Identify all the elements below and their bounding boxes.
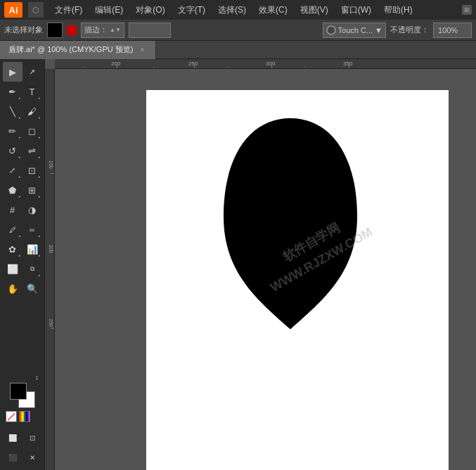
ruler-h-350: 350 [343, 61, 352, 67]
menu-view[interactable]: 视图(V) [295, 3, 334, 18]
opacity-label: 不透明度： [390, 25, 429, 35]
warp-tool-group: ⤢▸ ⊡▸ [0, 160, 44, 180]
toolbar-colors: ↕ [0, 371, 44, 425]
rotate-tool[interactable]: ↺▸ [3, 141, 22, 160]
app-icon: ⬡ [28, 2, 44, 18]
tab-title: 盾牌.ai* @ 100% (CMYK/GPU 预览) [8, 44, 133, 55]
eyedropper-tool-group: 🖉▸ ∞▸ [0, 220, 44, 239]
none-swatch[interactable] [6, 411, 17, 422]
menu-window[interactable]: 窗口(W) [335, 3, 377, 18]
foreground-color-box[interactable] [10, 383, 27, 400]
eyedropper-arrow: ▸ [19, 234, 21, 238]
menu-select[interactable]: 选择(S) [212, 3, 252, 18]
hand-tool[interactable]: ✋ [3, 279, 22, 298]
menu-edit[interactable]: 编辑(E) [89, 3, 129, 18]
graph-arrow: ▸ [39, 253, 41, 258]
rotate-tool-group: ↺▸ ⇌▸ [0, 141, 44, 160]
artboard: 软件自学网 WWW.RJZXW.COM [146, 90, 449, 470]
draw-tool-group: ╲▸ 🖌▸ [0, 101, 44, 121]
small-color-swatches [6, 411, 39, 422]
shield-shape[interactable] [217, 111, 364, 336]
ruler-h-small-2 [153, 66, 154, 68]
free-transform-tool[interactable]: ⊡▸ [22, 160, 42, 180]
pen-tool[interactable]: ✒▸ [3, 82, 22, 101]
ruler-h-small-4 [304, 66, 305, 68]
symbol-tool-group: ✿▸ 📊▸ [0, 239, 44, 259]
stroke-width-field[interactable] [129, 23, 171, 38]
canvas-area: 200 250 300 350 150 200 [45, 59, 476, 470]
rotate-arrow: ▸ [19, 155, 21, 159]
ruler-h-200: 200 [111, 61, 120, 67]
artboard-tool[interactable]: ⬜ [3, 259, 22, 279]
persp-arrow: ▸ [39, 194, 41, 198]
blend-arrow: ▸ [39, 234, 41, 238]
zoom-tool[interactable]: 🔍 [22, 279, 42, 298]
sb-arrow: ▸ [19, 194, 21, 198]
column-graph-tool[interactable]: 📊▸ [22, 239, 42, 259]
ruler-v-150: 150 [49, 160, 53, 169]
select-tool[interactable]: ▶ [3, 62, 22, 82]
zoom-tool-group: ✋ 🔍 [0, 279, 44, 298]
touch-dropdown-arrow: ▼ [375, 26, 382, 34]
paintbrush-tool[interactable]: 🖌▸ [22, 101, 42, 121]
text-tool[interactable]: T▸ [22, 82, 42, 101]
menu-effect[interactable]: 效果(C) [253, 3, 293, 18]
canvas-content: 软件自学网 WWW.RJZXW.COM [55, 69, 476, 470]
shape-builder-tool[interactable]: ⬟▸ [3, 180, 22, 200]
ruler-h-tick-200 [117, 65, 117, 68]
menu-file[interactable]: 文件(F) [49, 3, 88, 18]
direct-select-tool[interactable]: ↗ [22, 62, 42, 82]
pencil-arrow: ▸ [19, 135, 21, 139]
mesh-tool[interactable]: # [3, 200, 22, 220]
mirror-tool[interactable]: ⇌▸ [22, 141, 42, 160]
menu-bar: 文件(F) 编辑(E) 对象(O) 文字(T) 选择(S) 效果(C) 视图(V… [49, 3, 462, 18]
slice-tool[interactable]: ⧉▸ [22, 259, 42, 279]
color-boxes [10, 383, 35, 408]
draw-mode-btn[interactable]: ⬜ [3, 428, 22, 447]
ruler-h-small-1 [83, 66, 84, 68]
gradient-swatch[interactable] [19, 411, 30, 422]
line-tool[interactable]: ╲▸ [3, 101, 22, 121]
ruler-h-250: 250 [188, 61, 198, 67]
line-arrow: ▸ [19, 115, 21, 120]
brush-arrow: ▸ [39, 115, 41, 120]
menu-object[interactable]: 对象(O) [130, 3, 170, 18]
tab-close-btn[interactable]: × [137, 45, 147, 55]
perspective-tool[interactable]: ⊞▸ [22, 180, 42, 200]
artboard-tool-group: ⬜ ⧉▸ [0, 259, 44, 279]
mesh-tool-group: # ◑ [0, 200, 44, 220]
ruler-h-tick-300 [271, 65, 272, 68]
titlebar: Ai ⬡ 文件(F) 编辑(E) 对象(O) 文字(T) 选择(S) 效果(C)… [0, 0, 476, 20]
toolbar: ▶ ↗ ✒▸ T▸ ╲▸ 🖌▸ ✏▸ [0, 59, 45, 470]
fill-color-swatch[interactable] [47, 23, 63, 38]
sym-arrow: ▸ [19, 253, 21, 258]
ruler-h-300: 300 [266, 61, 275, 67]
blend-tool[interactable]: ∞▸ [22, 220, 42, 239]
symbol-tool[interactable]: ✿▸ [3, 239, 22, 259]
extra-btn[interactable]: ✕ [22, 447, 42, 467]
menu-help[interactable]: 帮助(H) [378, 3, 418, 18]
eraser-arrow: ▸ [39, 135, 41, 139]
warp-tool[interactable]: ⤢▸ [3, 160, 22, 180]
screen-mode-btn[interactable]: ⊡ [22, 428, 42, 447]
opacity-field[interactable]: 100% [433, 23, 472, 38]
eraser-tool[interactable]: ◻▸ [22, 121, 42, 141]
gradient-tool[interactable]: ◑ [22, 200, 42, 220]
change-screen-btn[interactable]: ⬛ [3, 447, 22, 467]
touch-icon [326, 25, 336, 35]
document-tab[interactable]: 盾牌.ai* @ 100% (CMYK/GPU 预览) × [0, 41, 156, 59]
ruler-v-250: 250 [49, 319, 53, 327]
grid-view-btn[interactable]: ⊞ [462, 5, 472, 15]
pencil-tool[interactable]: ✏▸ [3, 121, 22, 141]
touch-dropdown[interactable]: Touch C... ▼ [323, 23, 386, 38]
options-bar: 未选择对象 描边： ▲▼ Touch C... ▼ 不透明度： 100% [0, 20, 476, 41]
stroke-dropdown[interactable]: 描边： ▲▼ [81, 23, 124, 38]
app-logo: Ai [4, 2, 22, 18]
pen-arrow: ▸ [19, 96, 21, 100]
ruler-horizontal: 200 250 300 350 [55, 59, 476, 69]
text-arrow: ▸ [39, 96, 41, 100]
no-selection-label: 未选择对象 [4, 25, 43, 35]
eyedropper-tool[interactable]: 🖉▸ [3, 220, 22, 239]
menu-type[interactable]: 文字(T) [172, 3, 211, 18]
color-swap-arrows: ↕ [6, 374, 39, 381]
